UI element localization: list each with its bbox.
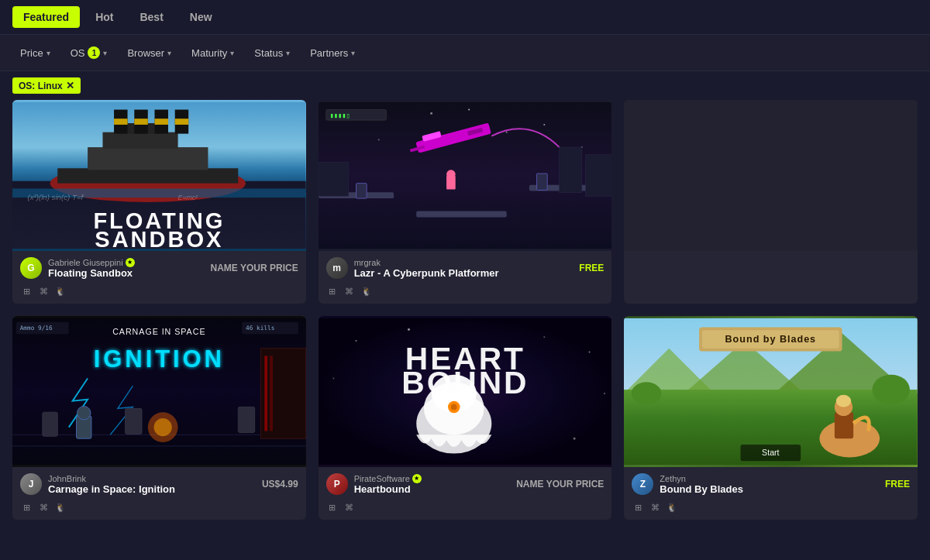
svg-point-23 — [430, 112, 432, 115]
filter-browser-label: Browser — [127, 47, 164, 59]
game-title-heartbound: Heartbound — [354, 483, 511, 495]
svg-rect-52 — [43, 412, 57, 436]
filter-status[interactable]: Status ▾ — [246, 43, 298, 63]
filter-os[interactable]: OS 1 ▾ — [63, 43, 115, 63]
svg-point-70 — [332, 378, 334, 380]
heartbound-art: HEART BOUND — [319, 316, 612, 467]
svg-rect-64 — [270, 356, 273, 431]
filter-browser[interactable]: Browser ▾ — [119, 43, 179, 63]
tab-best[interactable]: Best — [129, 6, 174, 28]
game-title-bound-by-blades: Bound By Blades — [660, 483, 879, 495]
svg-text:Ammo 9/16: Ammo 9/16 — [20, 325, 53, 332]
platform-icons-bound-by-blades: ⊞ ⌘ 🐧 — [624, 498, 918, 520]
top-navigation: Featured Hot Best New — [0, 0, 930, 35]
game-price-floating-sandbox: NAME YOUR PRICE — [211, 263, 298, 273]
svg-point-24 — [543, 124, 545, 125]
tab-hot[interactable]: Hot — [84, 6, 124, 28]
os-linux-filter-tag[interactable]: OS: Linux ✕ — [12, 77, 81, 94]
svg-point-26 — [468, 109, 470, 111]
apple-icon: ⌘ — [343, 501, 356, 514]
avatar-floating-sandbox: G — [20, 257, 42, 279]
filter-partners-label: Partners — [310, 47, 348, 59]
svg-text:CARNAGE IN SPACE: CARNAGE IN SPACE — [112, 327, 205, 336]
dev-name-heartbound: PirateSoftware ★ — [354, 474, 511, 483]
svg-point-68 — [543, 336, 545, 338]
filter-maturity-label: Maturity — [191, 47, 227, 59]
game-price-heartbound: NAME YOUR PRICE — [516, 479, 604, 490]
chevron-down-icon: ▾ — [46, 49, 50, 57]
svg-point-73 — [573, 438, 575, 440]
svg-text:Bound by Blades: Bound by Blades — [725, 334, 817, 345]
svg-point-67 — [408, 328, 410, 331]
game-title-carnage: Carnage in Space: Ignition — [48, 483, 256, 495]
game-card-lazr[interactable]: ▮▮▮▮▯ — [319, 100, 612, 304]
filter-price[interactable]: Price ▾ — [12, 43, 58, 63]
svg-point-80 — [451, 404, 457, 411]
platform-icons-floating-sandbox: ⊞ ⌘ 🐧 — [12, 282, 306, 304]
chevron-down-icon: ▾ — [103, 49, 107, 57]
apple-icon: ⌘ — [37, 501, 50, 514]
game-card-floating-sandbox[interactable]: (x²)(ln) sin(c) T=f E=mc² FLOATING SANDB… — [12, 100, 306, 304]
svg-rect-42 — [585, 155, 611, 196]
svg-text:46 kills: 46 kills — [246, 325, 274, 332]
chevron-down-icon: ▾ — [230, 49, 234, 57]
game-thumbnail-lazr: ▮▮▮▮▯ — [319, 100, 612, 251]
svg-rect-39 — [356, 184, 367, 198]
svg-point-27 — [505, 132, 507, 133]
svg-rect-3 — [57, 168, 238, 183]
platform-icons-heartbound: ⊞ ⌘ — [319, 498, 612, 520]
game-thumbnail-floating-sandbox: (x²)(ln) sin(c) T=f E=mc² FLOATING SANDB… — [12, 100, 306, 251]
remove-filter-icon[interactable]: ✕ — [66, 80, 74, 91]
platform-icons-carnage: ⊞ ⌘ 🐧 — [12, 498, 306, 520]
tab-featured[interactable]: Featured — [12, 6, 80, 28]
svg-point-22 — [377, 139, 379, 140]
svg-text:IGNITION: IGNITION — [94, 345, 225, 373]
game-info-floating-sandbox: G Gabriele Giuseppini ★ Floating Sandbox… — [12, 251, 306, 282]
floating-sandbox-art: (x²)(ln) sin(c) T=f E=mc² FLOATING SANDB… — [12, 100, 306, 251]
svg-point-38 — [446, 170, 456, 179]
linux-icon: 🐧 — [360, 285, 373, 297]
svg-rect-91 — [835, 412, 853, 438]
filter-price-label: Price — [20, 47, 43, 59]
svg-text:Start: Start — [762, 448, 780, 457]
game-card-heartbound[interactable]: HEART BOUND P PirateSoftware ★ Heartboun… — [319, 316, 612, 520]
filter-partners[interactable]: Partners ▾ — [302, 43, 363, 63]
windows-icon: ⊞ — [326, 501, 339, 514]
svg-rect-5 — [103, 132, 178, 149]
platform-icons-lazr: ⊞ ⌘ 🐧 — [319, 282, 612, 304]
windows-icon: ⊞ — [326, 285, 339, 297]
linux-icon: 🐧 — [666, 501, 678, 514]
svg-rect-8 — [114, 119, 127, 125]
game-card-carnage[interactable]: CARNAGE IN SPACE IGNITION — [12, 316, 306, 520]
placeholder-art — [624, 100, 918, 251]
game-info-bound-by-blades: Z Zethyn Bound By Blades FREE — [624, 467, 918, 498]
tab-new[interactable]: New — [179, 6, 223, 28]
avatar-carnage: J — [20, 473, 42, 495]
filter-maturity[interactable]: Maturity ▾ — [184, 43, 242, 63]
game-card-placeholder[interactable] — [624, 100, 918, 304]
linux-icon: 🐧 — [54, 501, 67, 514]
chevron-down-icon: ▾ — [286, 49, 290, 57]
dev-info-bound-by-blades: Zethyn Bound By Blades — [660, 474, 879, 495]
dev-info-heartbound: PirateSoftware ★ Heartbound — [354, 474, 511, 495]
game-info-heartbound: P PirateSoftware ★ Heartbound NAME YOUR … — [319, 467, 612, 498]
dev-info-lazr: mrgrak Lazr - A Cyberpunk Platformer — [354, 258, 574, 279]
svg-point-88 — [632, 382, 662, 404]
avatar-bound-by-blades: Z — [632, 473, 653, 495]
game-title-lazr: Lazr - A Cyberpunk Platformer — [354, 267, 574, 279]
game-thumbnail-bound-by-blades: Bound by Blades Start — [624, 316, 918, 467]
dev-name-lazr: mrgrak — [354, 258, 574, 267]
svg-text:▮▮▮▮▯: ▮▮▮▮▯ — [329, 112, 350, 119]
svg-text:E=mc²: E=mc² — [178, 194, 199, 201]
game-card-bound-by-blades[interactable]: Bound by Blades Start Z Zethyn Bound By … — [624, 316, 918, 520]
windows-icon: ⊞ — [632, 501, 644, 514]
lazr-art: ▮▮▮▮▯ — [319, 100, 612, 251]
svg-rect-44 — [624, 102, 918, 249]
svg-point-61 — [154, 418, 172, 436]
filter-bar: Price ▾ OS 1 ▾ Browser ▾ Maturity ▾ Stat… — [0, 35, 930, 71]
svg-rect-40 — [536, 173, 547, 190]
os-filter-badge: 1 — [88, 46, 100, 59]
svg-rect-14 — [175, 119, 188, 125]
chevron-down-icon: ▾ — [167, 49, 171, 57]
apple-icon: ⌘ — [37, 285, 50, 297]
